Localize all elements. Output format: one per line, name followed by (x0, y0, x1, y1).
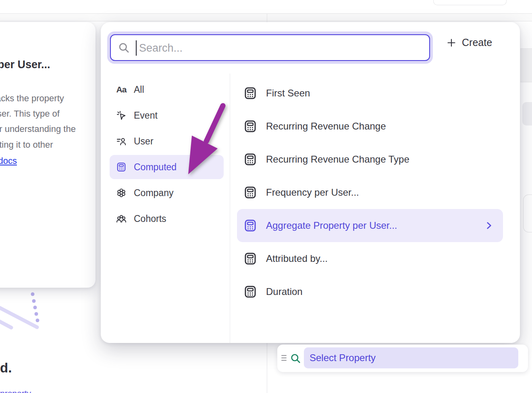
category-tab-company[interactable]: Company (110, 181, 224, 205)
calculator-icon (116, 162, 127, 172)
result-label: Recurring Revenue Change Type (266, 154, 503, 165)
annotation-arrow (177, 97, 238, 182)
result-item-recurring-revenue-change[interactable]: Recurring Revenue Change (237, 110, 503, 143)
calculator-icon (243, 285, 257, 299)
search-field[interactable] (110, 34, 430, 61)
background-toolbar-band (0, 13, 532, 21)
user-list-icon (116, 136, 127, 146)
category-tab-cohorts[interactable]: Cohorts (110, 207, 224, 231)
tooltip-body-line: acks the property (0, 93, 64, 104)
search-icon (118, 42, 129, 53)
result-item-first-seen[interactable]: First Seen (237, 77, 503, 110)
tooltip-title: rty per User... (0, 59, 50, 71)
category-label: Computed (134, 162, 177, 173)
result-item-attributed-by[interactable]: Attributed by... (237, 242, 503, 275)
page-heading-fragment: d. (0, 360, 12, 376)
screen: rty per User... acks the property ser. T… (0, 0, 532, 393)
calculator-icon (243, 252, 257, 265)
background-panel-fragment-right (520, 48, 532, 82)
company-cluster-icon (116, 188, 127, 198)
result-item-frequency-per-user[interactable]: Frequency per User... (237, 176, 503, 209)
background-card-fragment-top (433, 0, 507, 5)
letters-icon: Aa (116, 84, 127, 95)
property-description-tooltip: rty per User... acks the property ser. T… (0, 22, 96, 288)
category-label: User (134, 136, 154, 147)
category-label: Cohorts (134, 213, 166, 224)
result-label: Aggregate Property per User... (266, 220, 484, 231)
result-label: Attributed by... (266, 253, 503, 264)
category-label: All (134, 84, 144, 95)
help-docs-link[interactable]: elp docs (0, 156, 17, 166)
result-label: Recurring Revenue Change (266, 121, 503, 132)
chevron-right-icon (484, 220, 494, 231)
calculator-icon (243, 119, 257, 133)
property-picker-modal: Create Aa All Event (101, 22, 520, 343)
property-search-icon (290, 353, 301, 364)
category-label: Event (134, 110, 158, 121)
background-card-fragment-right-2 (523, 194, 532, 232)
select-property-label: Select Property (310, 352, 376, 364)
select-property-button[interactable]: Select Property (304, 347, 518, 368)
drag-handle-icon[interactable] (281, 355, 287, 362)
text-caret (136, 40, 137, 56)
tooltip-body-line: ser. This type of (0, 109, 60, 119)
plus-icon (447, 38, 456, 48)
result-label: Frequency per User... (266, 187, 503, 198)
property-selector-row: Select Property (277, 345, 528, 372)
result-label: First Seen (266, 88, 503, 99)
create-button-label: Create (462, 37, 492, 48)
cohorts-people-icon (116, 213, 127, 224)
tooltip-body-line: for understanding the (0, 124, 76, 134)
result-label: Duration (266, 286, 503, 297)
result-item-recurring-revenue-change-type[interactable]: Recurring Revenue Change Type (237, 143, 503, 176)
calculator-icon (243, 219, 257, 232)
event-spark-icon (116, 110, 127, 121)
result-item-aggregate-property-per-user[interactable]: Aggregate Property per User... (237, 209, 503, 242)
calculator-icon (243, 86, 257, 100)
calculator-icon (243, 153, 257, 166)
category-label: Company (134, 188, 173, 199)
clipped-purple-link[interactable]: property (0, 389, 31, 393)
result-item-duration[interactable]: Duration (237, 275, 503, 308)
search-field-focus-ring (107, 31, 433, 64)
background-card-fragment-right-1 (522, 102, 532, 125)
search-input[interactable] (138, 37, 422, 59)
create-button[interactable]: Create (447, 37, 492, 48)
calculator-icon (243, 186, 257, 199)
tooltip-body-line: ating it to other (0, 140, 53, 150)
